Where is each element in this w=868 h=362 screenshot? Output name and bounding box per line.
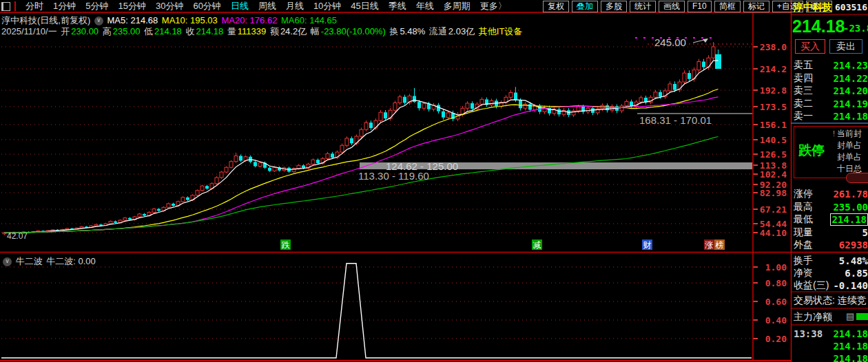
row-value: 6.85	[845, 268, 868, 279]
row-label: 外盘	[794, 239, 813, 251]
toolbar-divider	[14, 1, 16, 11]
period-tab-年线[interactable]: 年线	[416, 0, 434, 12]
row-value: 214.19	[833, 98, 868, 109]
period-tabbar: 分时1分钟5分钟15分钟30分钟60分钟日线周线月线10分钟45日线季线年线多周…	[1, 0, 507, 12]
row-value: 214.18	[833, 328, 868, 339]
row-value: 5.48%	[839, 255, 868, 266]
limit-status-box: 跌停 ! 当前封封单占封单占十日总	[794, 126, 868, 178]
row-value: -0.140	[833, 280, 868, 291]
indicator-tick: 0.20	[765, 334, 787, 344]
toolbar-button-叠加[interactable]: 叠加	[572, 1, 598, 12]
row-label: 收益(三)	[794, 279, 829, 292]
period-tab-季线[interactable]: 季线	[389, 0, 406, 12]
chart-title: 淳中科技(日线,前复权)	[1, 15, 90, 25]
trade-status: 交易状态: 连续竞	[794, 295, 867, 307]
price-change: -23.80	[843, 23, 868, 34]
limit-line: 封单占	[837, 140, 862, 151]
ohlc-segment: 量	[227, 26, 236, 36]
row-value: 62938	[839, 239, 868, 251]
row-value: 214.20	[833, 85, 868, 96]
row-value: 214.23	[833, 60, 868, 71]
toolbar-button-F10[interactable]: F10	[688, 1, 712, 12]
list-icon[interactable]: ▤	[846, 311, 854, 321]
ma-value: MA60: 144.65	[281, 15, 337, 25]
window-icon[interactable]	[1, 2, 10, 11]
toolbar-button-简框[interactable]: 简框	[714, 1, 741, 12]
row-label: 卖四	[794, 72, 813, 85]
period-tab-多周期[interactable]: 多周期	[444, 0, 471, 12]
ohlc-segment: 235.00	[113, 26, 143, 36]
period-tab-45日线[interactable]: 45日线	[351, 0, 378, 12]
period-tab-30分钟[interactable]: 30分钟	[156, 0, 183, 12]
limit-status: 跌停	[798, 142, 825, 160]
indicator-readout: 牛二波: 0.00	[46, 256, 96, 266]
ohlc-segment: 2025/11/10/一	[1, 26, 59, 36]
period-tab-15分钟[interactable]: 15分钟	[118, 0, 145, 12]
ohlc-segment: 2.03亿	[448, 26, 477, 36]
period-tab-10分钟[interactable]: 10分钟	[313, 0, 341, 12]
row-value: 214.22	[833, 73, 868, 84]
ohlc-segment: 24.2亿	[280, 26, 309, 36]
indicator-tick: 0.40	[765, 315, 787, 326]
ohlc-segment: -23.80(-10.00%)	[321, 26, 389, 36]
ohlc-segment: 换	[389, 26, 398, 36]
toolbar-button-统计[interactable]: 统计	[630, 1, 656, 12]
ohlc-segment: 流通	[429, 26, 447, 36]
limit-pill-button[interactable]	[846, 173, 868, 183]
toolbar-button-复权[interactable]: 复权	[543, 1, 569, 12]
row-value: 214.18	[833, 353, 868, 362]
row-value: 214.18	[833, 341, 868, 352]
pin-icon: !	[833, 129, 835, 138]
main-net-bar	[856, 313, 868, 320]
ohlc-segment: 5.48%	[400, 26, 427, 36]
row-label: 卖一	[794, 110, 813, 123]
toolbar-button-画线[interactable]: 画线	[659, 1, 685, 12]
row-label: 现量	[794, 226, 813, 239]
buy-button[interactable]: 买入	[795, 39, 825, 54]
indicator-axis: 1.000.800.600.400.20	[753, 0, 791, 362]
ohlc-segment: 214.18	[196, 26, 225, 36]
indicator-name: 牛二波	[16, 256, 43, 266]
row-label: 卖三	[794, 85, 813, 97]
ohlc-segment: 收	[185, 26, 194, 36]
row-label: 最高	[794, 201, 813, 213]
ohlc-segment: 开	[61, 26, 70, 36]
row-value: 214.18	[830, 213, 868, 226]
indicator-tick: 0.60	[765, 297, 787, 307]
row-label: 净资	[794, 267, 813, 279]
limit-line: 封单占	[837, 151, 862, 163]
indicator-tick: 1.00	[765, 262, 787, 273]
row-value: 214.18	[833, 111, 868, 122]
toolbar-button-多股[interactable]: 多股	[601, 1, 627, 12]
chevron-down-icon[interactable]: ∨	[94, 17, 103, 25]
period-tab-1分钟[interactable]: 1分钟	[53, 0, 76, 12]
ma-value: MA10: 195.03	[162, 15, 220, 25]
period-tab-分时[interactable]: 分时	[25, 0, 43, 12]
period-tab-日线[interactable]: 日线	[231, 0, 249, 12]
row-label: 卖五	[794, 59, 813, 72]
ma-value: MA20: 176.62	[221, 15, 280, 25]
indicator-tick: 0.80	[765, 278, 787, 288]
ohlc-segment: 111339	[238, 26, 269, 36]
period-tab-60分钟[interactable]: 60分钟	[193, 0, 220, 12]
ma-value: MA5: 214.68	[107, 15, 161, 25]
ohlc-segment: 其他IT设备	[479, 26, 523, 36]
row-value: 261.78	[833, 189, 868, 200]
row-label: 13:38	[794, 328, 823, 339]
limit-line: 当前封	[837, 128, 862, 140]
sell-button[interactable]: 卖出	[829, 39, 862, 54]
last-price: 214.18	[792, 17, 845, 36]
chevron-down-icon-sub[interactable]: ∨	[3, 257, 12, 266]
period-tab-月线[interactable]: 月线	[286, 0, 304, 12]
row-label: 涨停	[794, 188, 813, 200]
period-tab-更多〉[interactable]: 更多〉	[480, 0, 507, 12]
stock-name-top: 淳中科技	[794, 1, 832, 14]
period-tab-5分钟[interactable]: 5分钟	[85, 0, 108, 12]
ma-values: MA5: 214.68 MA10: 195.03 MA20: 176.62 MA…	[107, 15, 338, 25]
ohlc-segment: 额	[270, 26, 279, 36]
row-value: 5	[862, 227, 868, 238]
ohlc-info-line: 2025/11/10/一 开230.00 高235.00 低214.18 收21…	[1, 25, 524, 38]
main-net-label: 主力净额	[794, 311, 832, 323]
period-tab-周线[interactable]: 周线	[258, 0, 276, 12]
row-label: 换手	[794, 255, 813, 267]
